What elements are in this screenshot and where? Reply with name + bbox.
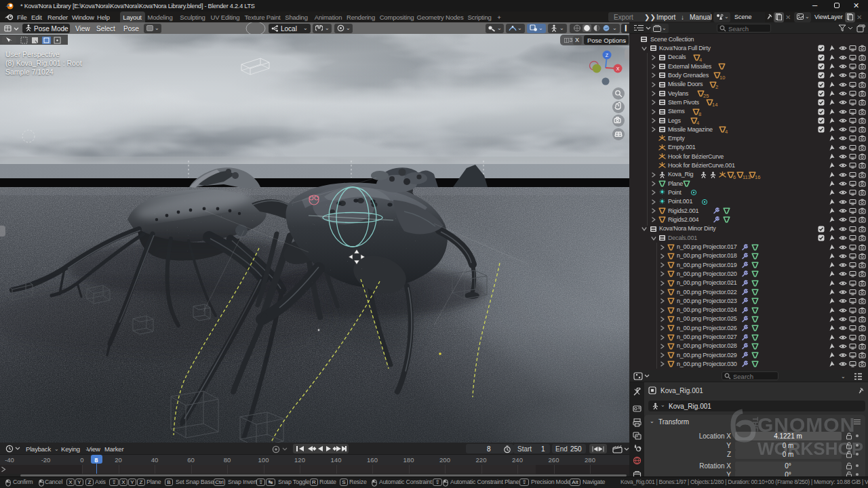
svg-text:X: X (616, 66, 620, 71)
svg-text:Z: Z (606, 53, 609, 58)
